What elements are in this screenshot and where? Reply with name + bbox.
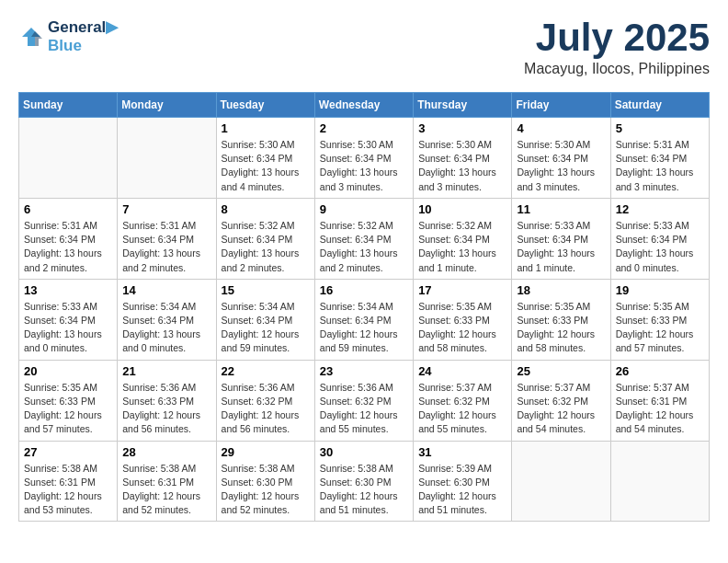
day-number: 10 <box>418 202 506 216</box>
calendar-cell: 6Sunrise: 5:31 AMSunset: 6:34 PMDaylight… <box>19 198 118 279</box>
day-number: 18 <box>517 283 605 297</box>
day-number: 28 <box>122 445 210 459</box>
day-number: 17 <box>418 283 506 297</box>
calendar-cell: 8Sunrise: 5:32 AMSunset: 6:34 PMDaylight… <box>216 198 314 279</box>
day-info: Sunrise: 5:31 AMSunset: 6:34 PMDaylight:… <box>616 138 704 194</box>
calendar-cell: 2Sunrise: 5:30 AMSunset: 6:34 PMDaylight… <box>314 118 413 199</box>
weekday-header-tuesday: Tuesday <box>216 93 314 118</box>
day-info: Sunrise: 5:33 AMSunset: 6:34 PMDaylight:… <box>517 219 605 275</box>
day-number: 12 <box>616 202 704 216</box>
month-title: July 2025 <box>524 18 710 57</box>
calendar-cell: 12Sunrise: 5:33 AMSunset: 6:34 PMDayligh… <box>610 198 709 279</box>
calendar-cell: 4Sunrise: 5:30 AMSunset: 6:34 PMDaylight… <box>512 118 610 199</box>
day-number: 27 <box>24 445 112 459</box>
calendar-cell: 13Sunrise: 5:33 AMSunset: 6:34 PMDayligh… <box>19 279 118 360</box>
calendar-cell: 22Sunrise: 5:36 AMSunset: 6:32 PMDayligh… <box>216 360 314 441</box>
day-number: 5 <box>616 121 704 135</box>
day-info: Sunrise: 5:39 AMSunset: 6:30 PMDaylight:… <box>418 462 506 518</box>
day-info: Sunrise: 5:35 AMSunset: 6:33 PMDaylight:… <box>616 300 704 356</box>
day-number: 9 <box>320 202 408 216</box>
weekday-header-monday: Monday <box>118 93 216 118</box>
day-number: 25 <box>517 364 605 378</box>
day-number: 4 <box>517 121 605 135</box>
calendar: SundayMondayTuesdayWednesdayThursdayFrid… <box>18 92 710 522</box>
day-number: 13 <box>24 283 112 297</box>
day-info: Sunrise: 5:38 AMSunset: 6:30 PMDaylight:… <box>222 462 310 518</box>
calendar-cell: 24Sunrise: 5:37 AMSunset: 6:32 PMDayligh… <box>414 360 512 441</box>
day-info: Sunrise: 5:30 AMSunset: 6:34 PMDaylight:… <box>222 138 310 194</box>
calendar-cell: 28Sunrise: 5:38 AMSunset: 6:31 PMDayligh… <box>118 441 216 522</box>
calendar-cell: 19Sunrise: 5:35 AMSunset: 6:33 PMDayligh… <box>610 279 709 360</box>
calendar-cell <box>118 118 216 199</box>
calendar-cell: 10Sunrise: 5:32 AMSunset: 6:34 PMDayligh… <box>414 198 512 279</box>
calendar-header-row: SundayMondayTuesdayWednesdayThursdayFrid… <box>19 93 710 118</box>
day-number: 15 <box>222 283 310 297</box>
calendar-cell <box>610 441 709 522</box>
weekday-header-thursday: Thursday <box>414 93 512 118</box>
day-number: 3 <box>418 121 506 135</box>
calendar-cell: 31Sunrise: 5:39 AMSunset: 6:30 PMDayligh… <box>414 441 512 522</box>
day-info: Sunrise: 5:36 AMSunset: 6:32 PMDaylight:… <box>320 381 408 437</box>
week-row-5: 27Sunrise: 5:38 AMSunset: 6:31 PMDayligh… <box>19 441 710 522</box>
calendar-cell: 18Sunrise: 5:35 AMSunset: 6:33 PMDayligh… <box>512 279 610 360</box>
calendar-cell: 20Sunrise: 5:35 AMSunset: 6:33 PMDayligh… <box>19 360 118 441</box>
day-info: Sunrise: 5:30 AMSunset: 6:34 PMDaylight:… <box>320 138 408 194</box>
logo-text: General▶ Blue <box>48 18 118 56</box>
title-block: July 2025 Macayug, Ilocos, Philippines <box>524 18 710 77</box>
day-number: 8 <box>222 202 310 216</box>
day-number: 22 <box>222 364 310 378</box>
calendar-cell <box>19 118 118 199</box>
day-number: 29 <box>222 445 310 459</box>
day-info: Sunrise: 5:35 AMSunset: 6:33 PMDaylight:… <box>517 300 605 356</box>
day-info: Sunrise: 5:32 AMSunset: 6:34 PMDaylight:… <box>222 219 310 275</box>
day-info: Sunrise: 5:34 AMSunset: 6:34 PMDaylight:… <box>320 300 408 356</box>
day-number: 30 <box>320 445 408 459</box>
day-number: 26 <box>616 364 704 378</box>
day-number: 2 <box>320 121 408 135</box>
calendar-cell: 14Sunrise: 5:34 AMSunset: 6:34 PMDayligh… <box>118 279 216 360</box>
day-info: Sunrise: 5:32 AMSunset: 6:34 PMDaylight:… <box>418 219 506 275</box>
logo-icon <box>18 24 44 50</box>
day-info: Sunrise: 5:38 AMSunset: 6:30 PMDaylight:… <box>320 462 408 518</box>
day-info: Sunrise: 5:35 AMSunset: 6:33 PMDaylight:… <box>418 300 506 356</box>
day-number: 19 <box>616 283 704 297</box>
calendar-cell: 3Sunrise: 5:30 AMSunset: 6:34 PMDaylight… <box>414 118 512 199</box>
day-info: Sunrise: 5:35 AMSunset: 6:33 PMDaylight:… <box>24 381 112 437</box>
week-row-4: 20Sunrise: 5:35 AMSunset: 6:33 PMDayligh… <box>19 360 710 441</box>
day-info: Sunrise: 5:33 AMSunset: 6:34 PMDaylight:… <box>24 300 112 356</box>
week-row-2: 6Sunrise: 5:31 AMSunset: 6:34 PMDaylight… <box>19 198 710 279</box>
day-info: Sunrise: 5:31 AMSunset: 6:34 PMDaylight:… <box>24 219 112 275</box>
location: Macayug, Ilocos, Philippines <box>524 61 710 77</box>
calendar-cell: 30Sunrise: 5:38 AMSunset: 6:30 PMDayligh… <box>314 441 413 522</box>
calendar-cell: 21Sunrise: 5:36 AMSunset: 6:33 PMDayligh… <box>118 360 216 441</box>
day-info: Sunrise: 5:36 AMSunset: 6:33 PMDaylight:… <box>122 381 210 437</box>
calendar-cell: 17Sunrise: 5:35 AMSunset: 6:33 PMDayligh… <box>414 279 512 360</box>
day-number: 1 <box>222 121 310 135</box>
day-info: Sunrise: 5:36 AMSunset: 6:32 PMDaylight:… <box>222 381 310 437</box>
day-info: Sunrise: 5:34 AMSunset: 6:34 PMDaylight:… <box>222 300 310 356</box>
weekday-header-saturday: Saturday <box>610 93 709 118</box>
day-number: 7 <box>122 202 210 216</box>
day-number: 23 <box>320 364 408 378</box>
calendar-cell <box>512 441 610 522</box>
day-info: Sunrise: 5:32 AMSunset: 6:34 PMDaylight:… <box>320 219 408 275</box>
day-number: 24 <box>418 364 506 378</box>
calendar-cell: 23Sunrise: 5:36 AMSunset: 6:32 PMDayligh… <box>314 360 413 441</box>
weekday-header-wednesday: Wednesday <box>314 93 413 118</box>
calendar-cell: 29Sunrise: 5:38 AMSunset: 6:30 PMDayligh… <box>216 441 314 522</box>
page-header: General▶ Blue July 2025 Macayug, Ilocos,… <box>18 18 710 77</box>
calendar-cell: 11Sunrise: 5:33 AMSunset: 6:34 PMDayligh… <box>512 198 610 279</box>
day-number: 14 <box>122 283 210 297</box>
day-info: Sunrise: 5:37 AMSunset: 6:32 PMDaylight:… <box>517 381 605 437</box>
day-info: Sunrise: 5:30 AMSunset: 6:34 PMDaylight:… <box>517 138 605 194</box>
day-info: Sunrise: 5:31 AMSunset: 6:34 PMDaylight:… <box>122 219 210 275</box>
calendar-cell: 7Sunrise: 5:31 AMSunset: 6:34 PMDaylight… <box>118 198 216 279</box>
calendar-cell: 9Sunrise: 5:32 AMSunset: 6:34 PMDaylight… <box>314 198 413 279</box>
week-row-3: 13Sunrise: 5:33 AMSunset: 6:34 PMDayligh… <box>19 279 710 360</box>
calendar-cell: 15Sunrise: 5:34 AMSunset: 6:34 PMDayligh… <box>216 279 314 360</box>
logo: General▶ Blue <box>18 18 118 56</box>
calendar-body: 1Sunrise: 5:30 AMSunset: 6:34 PMDaylight… <box>19 118 710 522</box>
day-info: Sunrise: 5:34 AMSunset: 6:34 PMDaylight:… <box>122 300 210 356</box>
calendar-cell: 27Sunrise: 5:38 AMSunset: 6:31 PMDayligh… <box>19 441 118 522</box>
weekday-header-sunday: Sunday <box>19 93 118 118</box>
